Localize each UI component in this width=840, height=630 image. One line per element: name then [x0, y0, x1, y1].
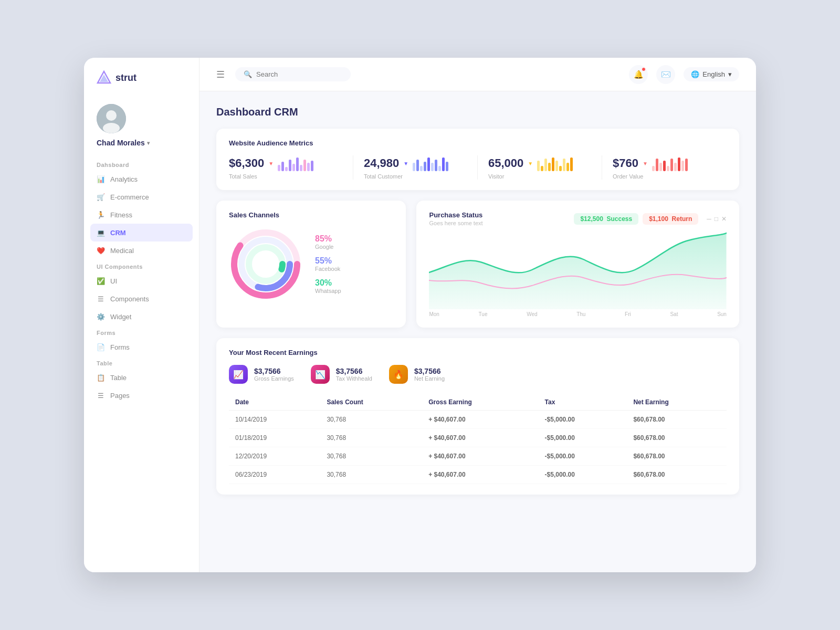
svg-rect-23 [442, 158, 445, 171]
visitor-label: Visitor [488, 173, 591, 180]
language-selector[interactable]: 🌐 English ▾ [684, 67, 739, 81]
lang-chevron-icon: ▾ [728, 70, 732, 78]
analytics-icon: 📊 [97, 175, 105, 183]
sidebar-item-analytics[interactable]: 📊 Analytics [84, 170, 199, 188]
minimize-icon[interactable]: ─ [707, 215, 711, 223]
table-body: 10/14/2019 30,768 + $40,607.00 -$5,000.0… [229, 411, 727, 484]
legend-whatsapp: 30% Whatsapp [315, 278, 341, 294]
svg-rect-18 [424, 162, 426, 171]
td-tax: -$5,000.00 [539, 466, 627, 484]
widget-icon: ⚙️ [97, 312, 105, 321]
search-bar[interactable]: 🔍 [235, 67, 351, 81]
svg-rect-16 [416, 160, 419, 171]
sidebar-item-ui[interactable]: ✅ UI [84, 272, 199, 290]
total-sales-label: Total Sales [229, 173, 342, 180]
metrics-title: Website Audience Metrics [229, 139, 727, 147]
svg-rect-17 [420, 166, 423, 171]
td-gross: + $40,607.00 [422, 447, 538, 466]
svg-rect-6 [281, 162, 284, 171]
ecommerce-icon: 🛒 [97, 193, 105, 201]
earning-net: 🔥 $3,7566 Net Earning [389, 365, 445, 384]
svg-rect-11 [300, 165, 302, 171]
earning-tax: 📉 $3,7566 Tax Withheald [311, 365, 372, 384]
data-table: Date Sales Count Gross Earning Tax Net E… [229, 394, 727, 484]
svg-rect-20 [431, 163, 434, 171]
sidebar-item-ecommerce[interactable]: 🛒 E-commerce [84, 188, 199, 206]
hamburger-button[interactable]: ☰ [216, 69, 225, 80]
td-tax: -$5,000.00 [539, 411, 627, 429]
th-gross: Gross Earning [422, 394, 538, 411]
middle-row: Sales Channels [216, 201, 739, 328]
td-date: 06/23/2019 [229, 466, 320, 484]
svg-point-4 [103, 123, 120, 133]
search-input[interactable] [256, 70, 342, 78]
svg-rect-39 [667, 166, 669, 171]
notification-button[interactable]: 🔔 [629, 65, 648, 84]
sidebar-item-medical[interactable]: ❤️ Medical [84, 242, 199, 259]
forms-icon: 📄 [97, 343, 105, 351]
logo-text: strut [116, 72, 136, 83]
table-row: 12/20/2019 30,768 + $40,607.00 -$5,000.0… [229, 447, 727, 466]
avatar-image [97, 104, 126, 133]
success-badge: $12,500 Success [574, 213, 638, 225]
section-label-forms: Forms [84, 326, 199, 338]
order-value-trend-icon: ▼ [643, 161, 648, 166]
svg-rect-33 [566, 163, 569, 171]
td-tax: -$5,000.00 [539, 447, 627, 466]
return-badge: $1,100 Return [643, 213, 698, 225]
legend-facebook: 55% Facebook [315, 256, 341, 272]
fitness-icon: 🏃 [97, 211, 105, 219]
restore-icon[interactable]: □ [715, 215, 718, 223]
chevron-down-icon: ▾ [147, 140, 150, 146]
svg-rect-24 [446, 162, 448, 171]
td-sales-count: 30,768 [320, 447, 422, 466]
section-label-dashboard: Dahsboard [84, 158, 199, 170]
sidebar-item-table[interactable]: 📋 Table [84, 369, 199, 386]
sidebar-item-forms[interactable]: 📄 Forms [84, 338, 199, 356]
svg-rect-38 [663, 161, 666, 171]
line-chart-svg [429, 230, 727, 309]
svg-rect-14 [311, 161, 313, 171]
sidebar-item-pages[interactable]: ☰ Pages [84, 386, 199, 404]
sidebar-section-ui: UI Components ✅ UI ☰ Components ⚙️ Widge… [84, 259, 199, 326]
total-customer-label: Total Customer [364, 173, 467, 180]
sidebar-item-fitness[interactable]: 🏃 Fitness [84, 206, 199, 224]
earnings-title: Your Most Recent Earnings [229, 349, 727, 356]
gross-info: $3,7566 Gross Earnings [254, 367, 294, 382]
page-title: Dashboard CRM [216, 106, 739, 118]
sidebar-item-components[interactable]: ☰ Components [84, 290, 199, 308]
total-sales-value: $6,300 [229, 156, 264, 170]
purchase-badges: $12,500 Success $1,100 Return [574, 213, 698, 225]
search-icon: 🔍 [244, 70, 252, 78]
svg-point-3 [106, 110, 117, 121]
close-icon[interactable]: ✕ [721, 215, 727, 223]
purchase-title: Purchase Status [429, 211, 482, 219]
sidebar-item-crm[interactable]: 💻 CRM [90, 224, 193, 242]
sidebar-item-widget[interactable]: ⚙️ Widget [84, 308, 199, 326]
svg-rect-35 [652, 166, 655, 171]
svg-rect-29 [552, 158, 554, 171]
table-head: Date Sales Count Gross Earning Tax Net E… [229, 394, 727, 411]
svg-rect-21 [435, 160, 437, 171]
td-gross: + $40,607.00 [422, 411, 538, 429]
earning-gross: 📈 $3,7566 Gross Earnings [229, 365, 294, 384]
earnings-summary: 📈 $3,7566 Gross Earnings 📉 $3,7566 Tax W… [229, 365, 727, 384]
td-net: $60,678.00 [627, 411, 727, 429]
notification-badge [642, 67, 646, 71]
svg-rect-34 [570, 158, 573, 171]
metric-order-value: $760 ▼ [602, 155, 727, 180]
th-sales-count: Sales Count [320, 394, 422, 411]
mail-button[interactable]: ✉️ [656, 65, 675, 84]
globe-icon: 🌐 [691, 70, 699, 78]
svg-point-49 [249, 247, 282, 281]
svg-rect-28 [548, 163, 551, 171]
svg-rect-44 [685, 159, 688, 171]
logo-icon [97, 70, 111, 85]
svg-rect-25 [537, 161, 540, 171]
svg-rect-10 [296, 158, 299, 171]
profile-name[interactable]: Chad Morales ▾ [97, 139, 150, 147]
svg-rect-12 [303, 160, 306, 171]
metric-total-customer: 24,980 ▼ [353, 155, 478, 180]
svg-rect-43 [681, 161, 684, 171]
svg-rect-36 [656, 159, 658, 171]
